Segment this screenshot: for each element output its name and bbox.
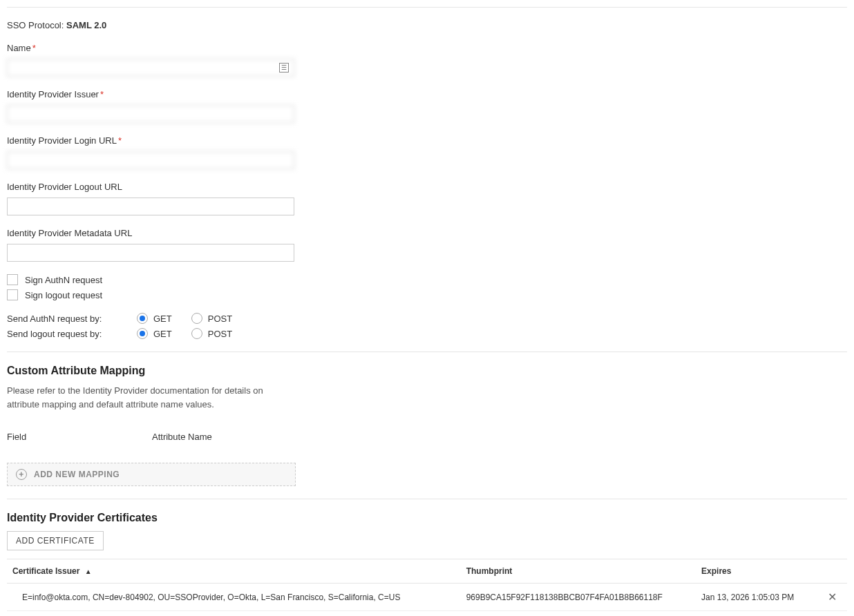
logout-get-label: GET	[153, 329, 172, 339]
logout-post-label: POST	[208, 329, 232, 339]
sign-authn-checkbox[interactable]	[7, 274, 18, 285]
contact-card-icon[interactable]	[279, 63, 289, 73]
logout-method-label: Send logout request by:	[7, 329, 117, 339]
mapping-title: Custom Attribute Mapping	[7, 365, 847, 377]
certificates-table: Certificate Issuer ▲ Thumbprint Expires …	[7, 559, 847, 611]
logout-url-label: Identity Provider Logout URL	[7, 182, 847, 192]
login-url-label: Identity Provider Login URL*	[7, 135, 847, 146]
close-icon[interactable]: ✕	[828, 590, 837, 604]
mapping-col-attr: Attribute Name	[152, 432, 212, 442]
logout-post-radio[interactable]	[191, 328, 202, 339]
sso-protocol: SSO Protocol: SAML 2.0	[7, 20, 847, 30]
authn-post-radio[interactable]	[191, 313, 202, 324]
plus-icon: +	[16, 469, 27, 480]
authn-post-label: POST	[208, 314, 232, 324]
sso-protocol-label: SSO Protocol:	[7, 20, 64, 30]
logout-get-radio[interactable]	[137, 328, 148, 339]
logout-url-input[interactable]	[7, 198, 294, 215]
table-row: E=info@okta.com, CN=dev-804902, OU=SSOPr…	[7, 584, 847, 611]
cert-thumbprint-value: 969B9CA15F92F118138BBCB07F4FA01B8B66118F	[461, 584, 696, 611]
cert-expires-value: Jan 13, 2026 1:05:03 PM	[696, 584, 822, 611]
authn-get-label: GET	[153, 314, 172, 324]
sso-protocol-value: SAML 2.0	[66, 20, 106, 30]
cert-col-expires[interactable]: Expires	[696, 559, 822, 584]
certificates-title: Identity Provider Certificates	[7, 512, 847, 524]
add-certificate-button[interactable]: ADD CERTIFICATE	[7, 531, 104, 550]
cert-col-thumbprint[interactable]: Thumbprint	[461, 559, 696, 584]
sort-asc-icon: ▲	[85, 568, 92, 575]
sign-logout-checkbox[interactable]	[7, 289, 18, 300]
add-mapping-label: ADD NEW MAPPING	[34, 470, 120, 479]
authn-method-label: Send AuthN request by:	[7, 314, 117, 324]
issuer-label: Identity Provider Issuer*	[7, 89, 847, 99]
name-label: Name*	[7, 43, 847, 53]
cert-issuer-value: E=info@okta.com, CN=dev-804902, OU=SSOPr…	[7, 584, 461, 611]
cert-col-issuer[interactable]: Certificate Issuer	[12, 566, 79, 576]
mapping-description: Please refer to the Identity Provider do…	[7, 384, 297, 411]
metadata-url-input[interactable]	[7, 244, 294, 262]
authn-get-radio[interactable]	[137, 313, 148, 324]
add-mapping-button[interactable]: + ADD NEW MAPPING	[7, 463, 296, 486]
issuer-input[interactable]	[7, 105, 294, 123]
name-input[interactable]	[7, 59, 294, 77]
login-url-input[interactable]	[7, 151, 294, 169]
sign-logout-label: Sign logout request	[25, 290, 102, 300]
metadata-url-label: Identity Provider Metadata URL	[7, 228, 847, 238]
mapping-col-field: Field	[7, 432, 152, 442]
sign-authn-label: Sign AuthN request	[25, 275, 102, 285]
